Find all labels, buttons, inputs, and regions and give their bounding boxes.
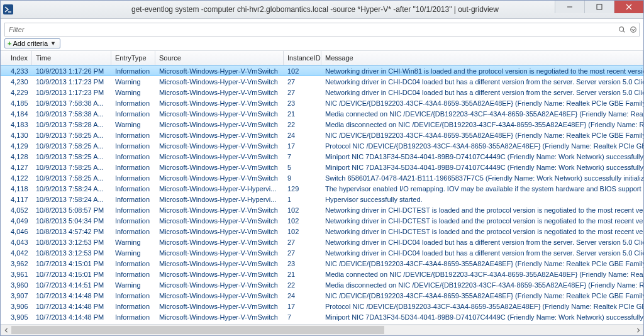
cell: Microsoft-Windows-Hyper-V-VmSwitch bbox=[155, 174, 284, 182]
cell: The hypervisor enabled I/O remapping. IO… bbox=[321, 185, 643, 193]
table-row[interactable]: 4,11810/9/2013 7:58:24 A...InformationMi… bbox=[1, 183, 643, 194]
cell: Microsoft-Windows-Hyper-V-VmSwitch bbox=[155, 217, 284, 225]
table-row[interactable]: 4,12710/9/2013 7:58:25 A...InformationMi… bbox=[1, 162, 643, 172]
cell: 10/9/2013 7:58:38 A... bbox=[32, 110, 111, 118]
cell: Media connected on NIC /DEVICE/{DB192203… bbox=[321, 271, 643, 278]
table-row[interactable]: 4,23310/9/2013 1:17:26 PMInformationMicr… bbox=[1, 65, 643, 76]
cell: 4,229 bbox=[7, 89, 32, 96]
search-icon[interactable] bbox=[616, 24, 628, 35]
cell: 4,043 bbox=[7, 238, 32, 246]
cell: 10/9/2013 7:58:25 A... bbox=[32, 132, 111, 139]
cell: Networking driver in CHI-Win81 is loaded… bbox=[321, 67, 643, 75]
table-row[interactable]: 4,18310/9/2013 7:58:28 A...WarningMicros… bbox=[1, 119, 643, 130]
table-row[interactable]: 4,22910/9/2013 1:17:23 PMWarningMicrosof… bbox=[1, 87, 643, 98]
cell: Miniport NIC 7DA13F34-5D34-4041-89B9-D74… bbox=[321, 164, 643, 171]
table-row[interactable]: 3,90710/7/2013 4:14:48 PMInformationMicr… bbox=[1, 290, 643, 301]
table-row[interactable]: 4,12810/9/2013 7:58:25 A...InformationMi… bbox=[1, 151, 643, 162]
cell: Warning bbox=[111, 121, 155, 128]
table-row[interactable]: 3,90510/7/2013 4:14:48 PMInformationMicr… bbox=[1, 311, 643, 322]
cell: Information bbox=[111, 110, 155, 118]
table-row[interactable]: 4,13010/9/2013 7:58:25 A...InformationMi… bbox=[1, 130, 643, 140]
scroll-track[interactable] bbox=[11, 325, 633, 335]
cell: 23 bbox=[284, 260, 321, 267]
expand-icon[interactable] bbox=[628, 24, 639, 35]
cell: 3,907 bbox=[7, 292, 32, 300]
cell: Microsoft-Windows-Hyper-V-VmSwitch bbox=[155, 313, 284, 321]
svg-point-6 bbox=[619, 27, 624, 31]
table-row[interactable]: 4,23010/9/2013 1:17:23 PMWarningMicrosof… bbox=[1, 76, 643, 87]
col-instanceid[interactable]: InstanceID bbox=[284, 51, 321, 65]
powershell-icon bbox=[3, 4, 13, 14]
col-source[interactable]: Source bbox=[155, 51, 284, 65]
cell: NIC /DEVICE/{DB192203-43CF-43A4-8659-355… bbox=[321, 99, 643, 107]
close-button[interactable] bbox=[614, 1, 643, 13]
cell: Microsoft-Windows-Hyper-V-VmSwitch bbox=[155, 281, 284, 289]
titlebar[interactable]: get-eventlog system -computer chi-hvr2.g… bbox=[1, 1, 643, 19]
svg-point-8 bbox=[631, 27, 636, 33]
cell: 4,183 bbox=[7, 121, 32, 128]
cell: 4,184 bbox=[7, 110, 32, 118]
cell: 10/8/2013 3:12:53 PM bbox=[32, 249, 111, 257]
grid-body[interactable]: 4,23310/9/2013 1:17:26 PMInformationMicr… bbox=[1, 65, 643, 324]
cell: 10/9/2013 7:58:24 A... bbox=[32, 196, 111, 203]
cell: NIC /DEVICE/{DB192203-43CF-43A4-8659-355… bbox=[321, 292, 643, 300]
window: get-eventlog system -computer chi-hvr2.g… bbox=[0, 0, 644, 336]
table-row[interactable]: 4,04210/8/2013 3:12:53 PMWarningMicrosof… bbox=[1, 247, 643, 258]
table-row[interactable]: 4,04610/8/2013 4:57:42 PMInformationMicr… bbox=[1, 226, 643, 237]
cell: 4,130 bbox=[7, 132, 32, 139]
table-row[interactable]: 3,96210/7/2013 4:15:01 PMInformationMicr… bbox=[1, 258, 643, 269]
cell: Warning bbox=[111, 249, 155, 257]
cell: 102 bbox=[284, 67, 321, 75]
table-row[interactable]: 3,90610/7/2013 4:14:48 PMInformationMicr… bbox=[1, 301, 643, 311]
cell: Networking driver in CHI-DCTEST is loade… bbox=[321, 217, 643, 225]
cell: Information bbox=[111, 217, 155, 225]
table-row[interactable]: 4,12910/9/2013 7:58:25 A...InformationMi… bbox=[1, 140, 643, 151]
cell: Warning bbox=[111, 238, 155, 246]
table-row[interactable]: 4,11710/9/2013 7:58:24 A...InformationMi… bbox=[1, 194, 643, 204]
cell: Microsoft-Windows-Hyper-V-Hypervi... bbox=[155, 196, 284, 203]
col-index[interactable]: Index bbox=[7, 51, 32, 65]
cell: Microsoft-Windows-Hyper-V-VmSwitch bbox=[155, 67, 284, 75]
filter-input[interactable] bbox=[5, 25, 616, 35]
horizontal-scrollbar[interactable] bbox=[1, 324, 643, 335]
table-row[interactable]: 4,04310/8/2013 3:12:53 PMWarningMicrosof… bbox=[1, 237, 643, 247]
scroll-right-button[interactable] bbox=[633, 325, 643, 335]
window-buttons bbox=[555, 1, 643, 13]
cell: 4,122 bbox=[7, 174, 32, 182]
scroll-left-button[interactable] bbox=[1, 325, 11, 335]
cell: 10/9/2013 7:58:24 A... bbox=[32, 185, 111, 193]
cell: Information bbox=[111, 174, 155, 182]
add-criteria-button[interactable]: + Add criteria ▼ bbox=[4, 38, 60, 48]
table-row[interactable]: 3,96010/7/2013 4:14:51 PMWarningMicrosof… bbox=[1, 279, 643, 290]
cell: Information bbox=[111, 67, 155, 75]
table-row[interactable]: 4,04910/8/2013 5:04:34 PMInformationMicr… bbox=[1, 215, 643, 226]
cell: 3,906 bbox=[7, 303, 32, 310]
cell: Microsoft-Windows-Hyper-V-VmSwitch bbox=[155, 142, 284, 150]
table-row[interactable]: 4,18410/9/2013 7:58:38 A...InformationMi… bbox=[1, 108, 643, 119]
cell: Information bbox=[111, 132, 155, 139]
window-title: get-eventlog system -computer chi-hvr2.g… bbox=[131, 5, 499, 14]
table-row[interactable]: 4,05210/8/2013 5:08:57 PMInformationMicr… bbox=[1, 204, 643, 215]
cell: 9 bbox=[284, 174, 321, 182]
svg-line-7 bbox=[623, 31, 625, 33]
chevron-down-icon: ▼ bbox=[50, 40, 56, 47]
cell: Microsoft-Windows-Hyper-V-VmSwitch bbox=[155, 228, 284, 235]
cell: Miniport NIC 7DA13F34-5D34-4041-89B9-D74… bbox=[321, 313, 643, 321]
col-time[interactable]: Time bbox=[32, 51, 111, 65]
cell: Networking driver in CHI-DC04 loaded but… bbox=[321, 249, 643, 257]
cell: Protocol NIC /DEVICE/{DB192203-43CF-43A4… bbox=[321, 303, 643, 310]
table-row[interactable]: 3,96110/7/2013 4:15:01 PMInformationMicr… bbox=[1, 269, 643, 279]
cell: 10/9/2013 7:58:38 A... bbox=[32, 99, 111, 107]
cell: 27 bbox=[284, 89, 321, 96]
scroll-thumb[interactable] bbox=[11, 326, 384, 334]
table-row[interactable]: 4,12210/9/2013 7:58:25 A...InformationMi… bbox=[1, 172, 643, 183]
cell: 10/7/2013 4:15:01 PM bbox=[32, 260, 111, 267]
col-entrytype[interactable]: EntryType bbox=[111, 51, 155, 65]
cell: Microsoft-Windows-Hyper-V-VmSwitch bbox=[155, 260, 284, 267]
cell: Warning bbox=[111, 281, 155, 289]
cell: Microsoft-Windows-Hyper-V-VmSwitch bbox=[155, 78, 284, 86]
maximize-button[interactable] bbox=[584, 1, 614, 13]
table-row[interactable]: 4,18510/9/2013 7:58:38 A...InformationMi… bbox=[1, 98, 643, 108]
minimize-button[interactable] bbox=[555, 1, 584, 13]
col-message[interactable]: Message bbox=[321, 51, 643, 65]
